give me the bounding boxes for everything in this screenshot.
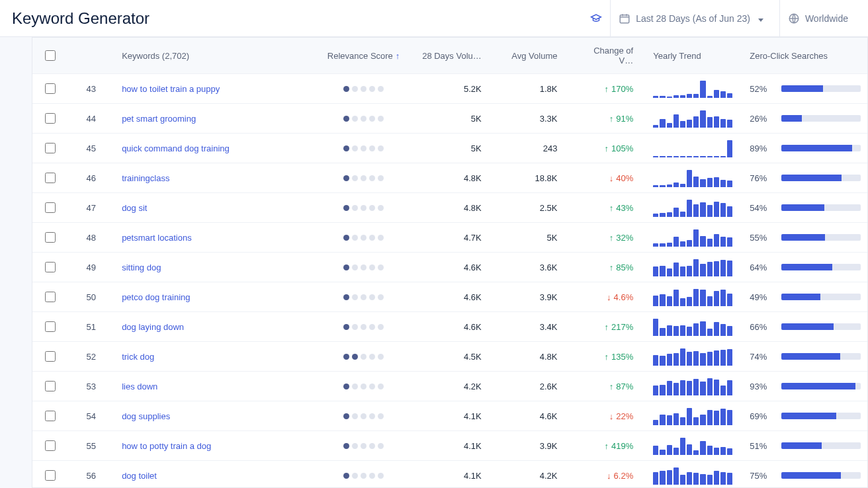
spark-bar [714,411,719,425]
row-checkbox[interactable] [45,262,56,272]
row-checkbox[interactable] [45,232,56,243]
spark-bar [714,261,719,276]
spark-bar [653,296,658,306]
table-row: 43how to toilet train a puppy5.2K1.8K170… [32,74,867,104]
spark-bar [707,296,713,306]
spark-bar [727,448,732,455]
keyword-link[interactable]: lies down [122,382,157,391]
zero-click-fill [781,383,855,389]
row-checkbox[interactable] [45,292,56,302]
keyword-link[interactable]: trick dog [122,352,154,362]
keyword-link[interactable]: dog sit [122,203,147,213]
spark-bar [687,472,692,485]
zero-click-bar [781,204,861,211]
spark-bar [727,326,732,336]
globe-icon [788,13,800,24]
row-checkbox[interactable] [45,440,56,451]
keyword-link[interactable]: trainingclass [122,173,169,183]
row-checkbox[interactable] [45,83,56,94]
table-row: 56dog toilet4.1K4.2K6.2%75% [32,461,867,489]
spark-bar [700,110,705,128]
spark-bar [680,241,685,247]
keyword-link[interactable]: petco dog training [122,292,190,302]
sort-ascending-icon: ↑ [396,51,400,61]
row-checkbox[interactable] [45,470,56,481]
zero-click-fill [781,442,822,449]
header-keywords[interactable]: Keywords (2,702) [115,38,315,74]
volume-28d: 4.5K [412,342,495,372]
header-relevance[interactable]: Relevance Score↑ [316,38,412,74]
avg-volume: 3.9K [495,431,571,461]
date-range-picker[interactable]: Last 28 Days (As of Jun 23) [610,0,771,37]
volume-change: 87% [609,382,634,391]
spark-bar [673,95,679,98]
academy-icon[interactable] [590,13,602,24]
relevance-dot [352,384,358,389]
spark-bar [673,263,679,276]
row-rank: 51 [67,312,115,342]
keyword-link[interactable]: how to toilet train a puppy [122,84,220,94]
relevance-dot [361,116,367,122]
spark-bar [707,410,713,425]
keyword-link[interactable]: dog supplies [122,411,170,421]
spark-bar [667,184,672,187]
spark-bar [680,438,685,455]
spark-bar [653,386,658,395]
keyword-link[interactable]: petsmart locations [122,233,192,243]
header-avg-volume[interactable]: Avg Volume [495,38,571,74]
keyword-link[interactable]: pet smart grooming [122,114,196,124]
spark-bar [714,322,719,336]
zero-click-bar [781,442,861,449]
region-picker[interactable]: Worldwide [779,0,856,37]
zero-click-bar [781,413,861,419]
volume-change: 43% [609,203,634,213]
keyword-link[interactable]: dog laying down [122,322,184,332]
zero-click-fill [781,175,842,181]
keyword-link[interactable]: how to potty train a dog [122,441,211,451]
spark-bar [727,261,732,276]
spark-bar [693,94,699,98]
header-change-volume[interactable]: Change of V… [570,38,646,74]
row-checkbox[interactable] [45,202,56,213]
header-rank[interactable] [67,38,115,74]
zero-click-percent: 75% [750,471,773,481]
relevance-dot [343,443,349,449]
table-row: 48petsmart locations4.7K5K32%55% [32,223,867,253]
zero-click-cell: 89% [750,143,861,153]
spark-bar [667,381,672,395]
relevance-dot [343,116,349,122]
row-checkbox[interactable] [45,381,56,391]
spark-bar [673,290,679,306]
keyword-link[interactable]: sitting dog [122,263,161,272]
row-checkbox[interactable] [45,173,56,183]
relevance-score [316,401,412,431]
relevance-dot [369,294,375,300]
spark-bar [653,125,658,128]
spark-bar [720,119,726,128]
header-28day-volume[interactable]: 28 Days Volu… [412,38,495,74]
keyword-link[interactable]: dog toilet [122,471,157,481]
spark-bar [687,200,692,217]
spark-bar [660,156,665,157]
select-all-checkbox[interactable] [45,50,56,61]
row-checkbox[interactable] [45,143,56,153]
spark-bar [714,177,719,187]
avg-volume: 3.6K [495,253,571,282]
volume-28d: 5K [412,134,495,163]
zero-click-cell: 69% [750,411,861,421]
volume-28d: 5K [412,104,495,134]
spark-bar [687,240,692,247]
row-checkbox[interactable] [45,113,56,124]
header-yearly-trend[interactable]: Yearly Trend [646,38,743,74]
relevance-dot [352,413,358,419]
volume-change: 91% [609,114,634,124]
keyword-link[interactable]: quick command dog training [122,143,230,153]
header-select-all[interactable] [32,38,67,74]
volume-change: 40% [609,173,634,183]
row-checkbox[interactable] [45,351,56,362]
row-checkbox[interactable] [45,321,56,332]
row-checkbox[interactable] [45,411,56,421]
spark-bar [693,473,699,485]
header-zero-click[interactable]: Zero-Click Searches [743,38,867,74]
zero-click-fill [781,115,802,122]
